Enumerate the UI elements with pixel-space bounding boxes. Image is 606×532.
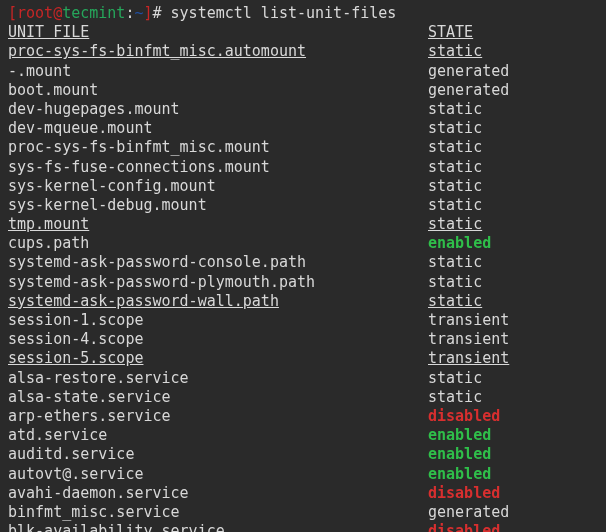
unit-file-name: arp-ethers.service (8, 407, 428, 426)
unit-state: enabled (428, 234, 491, 253)
unit-file-name: systemd-ask-password-plymouth.path (8, 273, 428, 292)
unit-state: static (428, 253, 482, 272)
unit-state: static (428, 177, 482, 196)
unit-state: generated (428, 81, 509, 100)
unit-file-name: dev-hugepages.mount (8, 100, 428, 119)
unit-row: dev-hugepages.mountstatic (8, 100, 598, 119)
unit-row: sys-kernel-config.mountstatic (8, 177, 598, 196)
unit-file-name: sys-kernel-debug.mount (8, 196, 428, 215)
unit-state: disabled (428, 407, 500, 426)
unit-row: sys-kernel-debug.mountstatic (8, 196, 598, 215)
prompt-at: @ (53, 4, 62, 22)
unit-row: session-5.scopetransient (8, 349, 598, 368)
unit-row: systemd-ask-password-plymouth.pathstatic (8, 273, 598, 292)
unit-state: transient (428, 349, 509, 368)
unit-row: sys-fs-fuse-connections.mountstatic (8, 158, 598, 177)
header-row: UNIT FILESTATE (8, 23, 598, 42)
unit-file-name: alsa-state.service (8, 388, 428, 407)
unit-state: static (428, 42, 482, 61)
header-state: STATE (428, 23, 473, 42)
unit-file-name: blk-availability.service (8, 522, 428, 532)
unit-state: static (428, 273, 482, 292)
unit-row: dev-mqueue.mountstatic (8, 119, 598, 138)
unit-row: auditd.serviceenabled (8, 445, 598, 464)
unit-file-name: binfmt_misc.service (8, 503, 428, 522)
unit-state: enabled (428, 445, 491, 464)
unit-state: static (428, 119, 482, 138)
unit-row: alsa-state.servicestatic (8, 388, 598, 407)
unit-state: static (428, 138, 482, 157)
command-text: systemctl list-unit-files (171, 4, 397, 22)
prompt-user: root (17, 4, 53, 22)
unit-state: enabled (428, 426, 491, 445)
unit-row: systemd-ask-password-console.pathstatic (8, 253, 598, 272)
unit-file-name: tmp.mount (8, 215, 428, 234)
unit-row: -.mountgenerated (8, 62, 598, 81)
unit-row: boot.mountgenerated (8, 81, 598, 100)
unit-row: cups.pathenabled (8, 234, 598, 253)
unit-list: proc-sys-fs-binfmt_misc.automountstatic-… (8, 42, 598, 532)
unit-state: static (428, 292, 482, 311)
unit-file-name: session-4.scope (8, 330, 428, 349)
unit-row: binfmt_misc.servicegenerated (8, 503, 598, 522)
unit-row: arp-ethers.servicedisabled (8, 407, 598, 426)
unit-row: avahi-daemon.servicedisabled (8, 484, 598, 503)
unit-row: alsa-restore.servicestatic (8, 369, 598, 388)
prompt-close-bracket: ] (143, 4, 152, 22)
prompt-open-bracket: [ (8, 4, 17, 22)
unit-state: static (428, 369, 482, 388)
unit-file-name: sys-fs-fuse-connections.mount (8, 158, 428, 177)
unit-row: session-1.scopetransient (8, 311, 598, 330)
unit-file-name: session-5.scope (8, 349, 428, 368)
unit-row: proc-sys-fs-binfmt_misc.automountstatic (8, 42, 598, 61)
unit-file-name: proc-sys-fs-binfmt_misc.mount (8, 138, 428, 157)
prompt-hash: # (153, 4, 162, 22)
unit-file-name: boot.mount (8, 81, 428, 100)
unit-file-name: -.mount (8, 62, 428, 81)
unit-state: static (428, 100, 482, 119)
unit-file-name: systemd-ask-password-wall.path (8, 292, 428, 311)
unit-state: enabled (428, 465, 491, 484)
unit-file-name: atd.service (8, 426, 428, 445)
header-unit-file: UNIT FILE (8, 23, 428, 42)
unit-file-name: systemd-ask-password-console.path (8, 253, 428, 272)
unit-file-name: session-1.scope (8, 311, 428, 330)
unit-state: transient (428, 311, 509, 330)
unit-state: generated (428, 503, 509, 522)
unit-row: proc-sys-fs-binfmt_misc.mountstatic (8, 138, 598, 157)
unit-file-name: alsa-restore.service (8, 369, 428, 388)
unit-state: static (428, 196, 482, 215)
unit-row: blk-availability.servicedisabled (8, 522, 598, 532)
unit-file-name: dev-mqueue.mount (8, 119, 428, 138)
unit-row: systemd-ask-password-wall.pathstatic (8, 292, 598, 311)
unit-state: static (428, 215, 482, 234)
unit-state: disabled (428, 484, 500, 503)
unit-state: transient (428, 330, 509, 349)
prompt-host: tecmint (62, 4, 125, 22)
unit-file-name: cups.path (8, 234, 428, 253)
unit-row: autovt@.serviceenabled (8, 465, 598, 484)
prompt-line[interactable]: [root@tecmint:~]# systemctl list-unit-fi… (8, 4, 598, 23)
unit-file-name: autovt@.service (8, 465, 428, 484)
unit-row: tmp.mountstatic (8, 215, 598, 234)
unit-state: static (428, 158, 482, 177)
unit-file-name: proc-sys-fs-binfmt_misc.automount (8, 42, 428, 61)
unit-file-name: avahi-daemon.service (8, 484, 428, 503)
unit-state: static (428, 388, 482, 407)
unit-file-name: sys-kernel-config.mount (8, 177, 428, 196)
unit-row: session-4.scopetransient (8, 330, 598, 349)
unit-state: disabled (428, 522, 500, 532)
unit-state: generated (428, 62, 509, 81)
unit-row: atd.serviceenabled (8, 426, 598, 445)
unit-file-name: auditd.service (8, 445, 428, 464)
